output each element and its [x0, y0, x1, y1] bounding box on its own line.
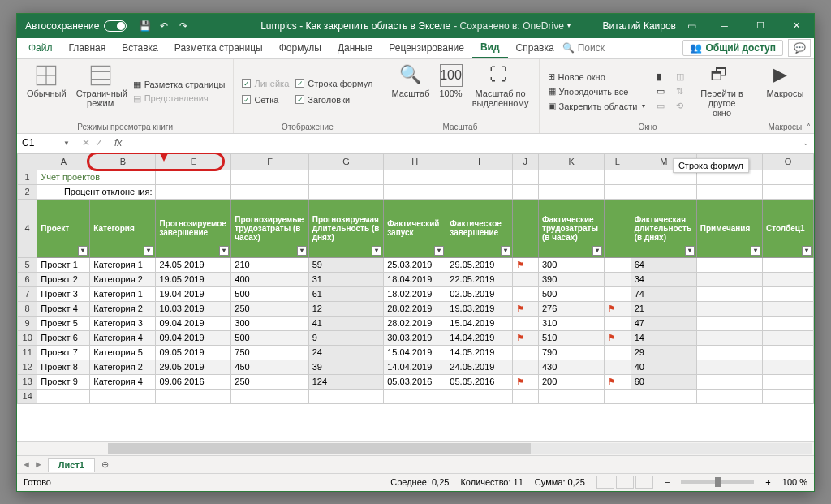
table-cell[interactable]: ⚑ [512, 330, 538, 345]
table-cell[interactable]: 310 [539, 316, 605, 330]
table-cell[interactable]: Проект 7 [37, 345, 90, 360]
table-cell[interactable]: 500 [231, 286, 308, 301]
table-cell[interactable]: 09.04.2019 [156, 330, 231, 345]
table-cell[interactable] [605, 286, 631, 301]
table-cell[interactable] [696, 360, 762, 374]
worksheet-grid[interactable]: ABEFGHIJKLMNO1Учет проектов2Процент откл… [17, 153, 814, 441]
table-cell[interactable]: Проект 2 [37, 272, 90, 286]
table-cell[interactable] [696, 257, 762, 272]
filter-icon[interactable]: ▾ [372, 246, 381, 256]
table-cell[interactable]: ⚑ [605, 301, 631, 316]
row-header-12[interactable]: 12 [18, 360, 37, 374]
table-cell[interactable]: 500 [231, 330, 308, 345]
new-window-button[interactable]: ⊞Новое окно [546, 71, 648, 83]
filter-icon[interactable]: ▾ [219, 246, 229, 256]
table-cell[interactable]: 18.04.2019 [384, 272, 446, 286]
table-cell[interactable]: ⚑ [512, 301, 538, 316]
table-cell[interactable]: 124 [308, 374, 384, 389]
table-cell[interactable]: 390 [539, 272, 605, 286]
minimize-button[interactable]: ─ [707, 14, 743, 38]
close-button[interactable]: ✕ [778, 14, 814, 38]
table-cell[interactable]: Проект 9 [37, 374, 90, 389]
custom-views-button[interactable]: ▤Представления [131, 93, 227, 105]
split-button[interactable]: ▮ [655, 71, 666, 83]
table-cell[interactable]: 19.05.2019 [156, 272, 231, 286]
maximize-button[interactable]: ☐ [743, 14, 778, 38]
sheet-title[interactable]: Учет проектов [37, 170, 156, 184]
table-header-6[interactable]: Фактическое завершение▾ [446, 199, 512, 257]
table-cell[interactable]: Проект 3 [37, 286, 90, 301]
table-cell[interactable]: Категория 2 [90, 301, 156, 316]
table-cell[interactable] [512, 316, 538, 330]
filter-icon[interactable]: ▾ [802, 246, 812, 256]
row-header-9[interactable]: 9 [18, 316, 37, 330]
table-cell[interactable]: 12 [308, 301, 384, 316]
table-cell[interactable]: 10.03.2019 [156, 301, 231, 316]
table-cell[interactable]: 300 [231, 316, 308, 330]
table-cell[interactable]: 41 [308, 316, 384, 330]
table-cell[interactable] [512, 286, 538, 301]
comments-button[interactable]: 💬 [788, 39, 811, 57]
col-header-L[interactable]: L [605, 153, 631, 170]
filter-icon[interactable]: ▾ [592, 246, 602, 256]
autosave-toggle[interactable] [104, 20, 127, 32]
zoom-out-icon[interactable]: − [665, 477, 670, 487]
ribbon-options-icon[interactable]: ▭ [681, 20, 702, 32]
row-header-11[interactable]: 11 [18, 345, 37, 360]
table-cell[interactable]: 19.03.2019 [446, 301, 512, 316]
filter-icon[interactable]: ▾ [144, 246, 153, 256]
table-cell[interactable]: 30.03.2019 [384, 330, 446, 345]
macros-button[interactable]: ▶Макросы [763, 62, 807, 121]
col-header-K[interactable]: K [539, 153, 605, 170]
row-header-7[interactable]: 7 [18, 286, 37, 301]
tab-help[interactable]: Справка [508, 37, 562, 58]
table-cell[interactable]: 59 [308, 257, 384, 272]
table-cell[interactable]: 22.05.2019 [446, 272, 512, 286]
table-cell[interactable]: 510 [539, 330, 605, 345]
table-header-9[interactable] [605, 199, 631, 257]
table-cell[interactable] [762, 330, 813, 345]
col-header-H[interactable]: H [384, 153, 446, 170]
row-header-13[interactable]: 13 [18, 374, 37, 389]
table-cell[interactable] [512, 360, 538, 374]
table-header-1[interactable]: Категория▾ [90, 199, 156, 257]
table-cell[interactable] [762, 374, 813, 389]
table-cell[interactable]: 430 [539, 360, 605, 374]
arrange-all-button[interactable]: ▦Упорядочить все [546, 85, 648, 97]
collapse-ribbon-icon[interactable]: ˄ [807, 123, 811, 131]
filter-icon[interactable]: ▾ [78, 246, 88, 256]
table-cell[interactable]: ⚑ [512, 257, 538, 272]
zoom-in-icon[interactable]: + [765, 477, 770, 487]
filter-icon[interactable]: ▾ [751, 246, 760, 256]
chevron-down-icon[interactable]: ▼ [63, 140, 70, 147]
row-header-2[interactable]: 2 [18, 184, 37, 199]
table-cell[interactable] [605, 257, 631, 272]
table-cell[interactable] [762, 272, 813, 286]
table-cell[interactable] [512, 272, 538, 286]
row-header-14[interactable]: 14 [18, 389, 37, 403]
freeze-panes-button[interactable]: ▣Закрепить области▾ [546, 100, 648, 112]
table-header-8[interactable]: Фактические трудозатраты (в часах)▾ [539, 199, 605, 257]
table-cell[interactable] [696, 345, 762, 360]
table-cell[interactable]: 29 [631, 345, 696, 360]
table-cell[interactable]: 19.04.2019 [156, 286, 231, 301]
table-cell[interactable]: 64 [631, 257, 696, 272]
table-cell[interactable] [512, 345, 538, 360]
table-cell[interactable] [762, 301, 813, 316]
gridlines-check[interactable]: Сетка [240, 94, 291, 106]
table-cell[interactable] [762, 316, 813, 330]
table-cell[interactable]: 24.05.2019 [446, 360, 512, 374]
table-cell[interactable]: 14 [631, 330, 696, 345]
table-header-12[interactable]: Столбец1▾ [762, 199, 813, 257]
table-cell[interactable]: 24 [308, 345, 384, 360]
table-cell[interactable]: 276 [539, 301, 605, 316]
zoom-selection-button[interactable]: ⛶Масштаб по выделенному [469, 62, 532, 121]
tab-view[interactable]: Вид [472, 37, 508, 58]
filter-icon[interactable]: ▾ [297, 246, 307, 256]
normal-view-button[interactable]: Обычный [24, 62, 70, 121]
table-header-2[interactable]: Прогнозируемое завершение▾ [156, 199, 231, 257]
table-cell[interactable]: 250 [231, 301, 308, 316]
col-header-J[interactable]: J [512, 153, 538, 170]
table-cell[interactable]: Категория 4 [90, 330, 156, 345]
save-icon[interactable]: 💾 [138, 19, 151, 32]
